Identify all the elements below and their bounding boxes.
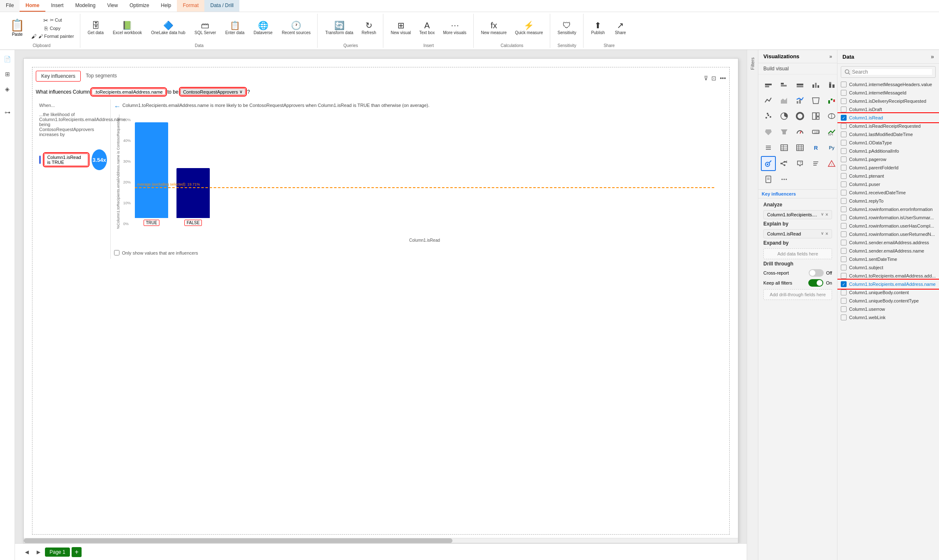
excel-workbook-button[interactable]: 📗 Excel workbook — [109, 20, 145, 37]
viz-table[interactable] — [777, 140, 792, 155]
keep-filters-toggle-control[interactable] — [808, 279, 823, 287]
tab-view[interactable]: View — [101, 0, 124, 12]
viz-card[interactable]: 123 — [808, 124, 823, 139]
data-item-isReadReceiptRequested[interactable]: Column1.isReadReceiptRequested — [837, 122, 939, 130]
tab-help[interactable]: Help — [155, 0, 177, 12]
checkbox-uniqueBodyContent[interactable] — [841, 290, 847, 295]
top-segments-tab[interactable]: Top segments — [81, 71, 122, 82]
share-button[interactable]: ↗ Share — [610, 20, 631, 37]
viz-waterfall[interactable] — [824, 93, 837, 108]
viz-line[interactable] — [761, 93, 776, 108]
data-item-puser[interactable]: Column1.puser — [837, 180, 939, 188]
drill-through-add-field[interactable]: Add drill-through fields here — [763, 289, 832, 300]
data-item-subject[interactable]: Column1.subject — [837, 263, 939, 272]
checkbox-replyTo[interactable] — [841, 198, 847, 204]
explain-field-expand[interactable]: ∨ — [821, 231, 824, 237]
viz-donut[interactable] — [792, 109, 807, 124]
checkbox-subject[interactable] — [841, 265, 847, 270]
checkbox-receivedDateTime[interactable] — [841, 190, 847, 196]
viz-map[interactable] — [824, 109, 837, 124]
data-item-replyTo[interactable]: Column1.replyTo — [837, 197, 939, 205]
checkbox-lastModifiedDateTime[interactable] — [841, 131, 847, 137]
checkbox-isRead[interactable]: ✓ — [841, 115, 847, 121]
scroll-thumb[interactable] — [24, 538, 452, 543]
analyze-field-remove[interactable]: × — [825, 212, 828, 218]
keep-filters-toggle[interactable]: On — [808, 279, 832, 287]
tab-insert[interactable]: Insert — [45, 0, 70, 12]
checkbox-pagerow[interactable] — [841, 156, 847, 162]
data-expand-btn[interactable]: » — [931, 53, 934, 60]
data-item-receivedDateTime[interactable]: Column1.receivedDateTime — [837, 188, 939, 197]
analyze-field-expand[interactable]: ∨ — [821, 212, 824, 218]
checkbox-toRecipientsEmailAdd[interactable] — [841, 273, 847, 279]
next-page-button[interactable]: ▶ — [33, 547, 43, 557]
viz-smart-narrative[interactable] — [808, 156, 823, 171]
horizontal-scrollbar[interactable] — [24, 538, 738, 543]
viz-python-visual[interactable]: Py — [824, 140, 837, 155]
filters-label[interactable]: Filters — [748, 54, 757, 73]
viz-treemap[interactable] — [808, 109, 823, 124]
checkbox-parentFolderId[interactable] — [841, 165, 847, 171]
checkbox-rowinfoUserHasCompl[interactable] — [841, 223, 847, 229]
tab-data-drill[interactable]: Data / Drill — [204, 0, 239, 12]
data-item-pagerow[interactable]: Column1.pagerow — [837, 155, 939, 164]
data-item-senderEmailName[interactable]: Column1.sender.emailAddress.name — [837, 247, 939, 255]
filter-icon[interactable]: ⊽ — [704, 75, 708, 82]
viz-anomaly[interactable]: ! — [824, 156, 837, 171]
text-box-button[interactable]: A Text box — [416, 20, 438, 37]
data-item-oDataType[interactable]: Column1.ODataType — [837, 139, 939, 147]
dataverse-button[interactable]: 🌐 Dataverse — [250, 20, 276, 37]
viz-r-visual[interactable]: R — [808, 140, 823, 155]
viz-pie[interactable] — [777, 109, 792, 124]
cross-report-toggle-control[interactable] — [809, 269, 824, 277]
focus-icon[interactable]: ⊡ — [711, 75, 716, 82]
key-influencers-tab[interactable]: Key influencers — [36, 71, 81, 82]
tab-format[interactable]: Format — [177, 0, 204, 12]
checkbox-userrow[interactable] — [841, 306, 847, 312]
data-search-box[interactable] — [841, 66, 936, 78]
dax-icon[interactable]: ⊶ — [2, 107, 13, 118]
checkbox-isDraft[interactable] — [841, 107, 847, 112]
new-visual-button[interactable]: ⊞ New visual — [388, 20, 414, 37]
viz-paginated[interactable] — [761, 172, 776, 187]
viz-line-cluster[interactable] — [792, 93, 807, 108]
add-page-button[interactable]: + — [72, 547, 82, 557]
viz-filled-map[interactable] — [761, 124, 776, 139]
viz-stacked-col[interactable] — [824, 77, 837, 92]
data-item-sentDateTime[interactable]: Column1.sentDateTime — [837, 255, 939, 263]
checkbox-oDataType[interactable] — [841, 140, 847, 146]
checkbox-rowinfoIsUserSummar[interactable] — [841, 215, 847, 221]
data-item-toRecipientsEmailName[interactable]: ✓ Column1.toRecipients.emailAddress.name — [837, 280, 939, 288]
checkbox-rowinfoUserReturnedN[interactable] — [841, 231, 847, 237]
cross-report-toggle[interactable]: Off — [809, 269, 832, 277]
checkbox-internetMessageHeaders[interactable] — [841, 82, 847, 87]
checkbox-senderEmailName[interactable] — [841, 248, 847, 254]
tab-file[interactable]: File — [0, 0, 20, 12]
viz-decomp-tree[interactable] — [777, 156, 792, 171]
onelake-button[interactable]: 🔷 OneLake data hub — [148, 20, 189, 37]
enter-data-button[interactable]: 📋 Enter data — [222, 20, 248, 37]
quick-measure-button[interactable]: ⚡ Quick measure — [512, 20, 546, 37]
data-item-isDraft[interactable]: Column1.isDraft — [837, 105, 939, 114]
prev-page-button[interactable]: ◀ — [22, 547, 32, 557]
page-1-tab[interactable]: Page 1 — [45, 548, 70, 557]
more-visuals-button[interactable]: ⋯ More visuals — [440, 20, 470, 37]
checkbox-puser[interactable] — [841, 181, 847, 187]
data-item-internetMessageHeaders[interactable]: Column1.internetMessageHeaders.value — [837, 80, 939, 89]
viz-stacked-100[interactable] — [792, 77, 807, 92]
report-view-icon[interactable]: 📄 — [2, 53, 13, 65]
data-item-userrow[interactable]: Column1.userrow — [837, 305, 939, 313]
data-item-rowinfoUserHasCompl[interactable]: Column1.rowinformation.userHasCompl... — [837, 222, 939, 230]
tab-optimize[interactable]: Optimize — [124, 0, 155, 12]
viz-kpi[interactable]: KPI — [824, 124, 837, 139]
data-item-isRead[interactable]: ✓ Column1.isRead — [837, 114, 939, 122]
viz-matrix[interactable] — [792, 140, 807, 155]
search-input[interactable] — [852, 69, 932, 75]
viz-slicer[interactable] — [761, 140, 776, 155]
cut-button[interactable]: ✂ ✂ Cut — [29, 17, 77, 24]
only-influencers-checkbox[interactable] — [114, 250, 119, 255]
sensitivity-button[interactable]: 🛡 Sensitivity — [554, 20, 580, 37]
analyze-field-tag[interactable]: .toRecipients.emailAddress.name — [92, 89, 166, 95]
viz-gauge[interactable] — [792, 124, 807, 139]
data-item-rowinfoIsUserSummar[interactable]: Column1.rowinformation.isUserSummar... — [837, 213, 939, 222]
